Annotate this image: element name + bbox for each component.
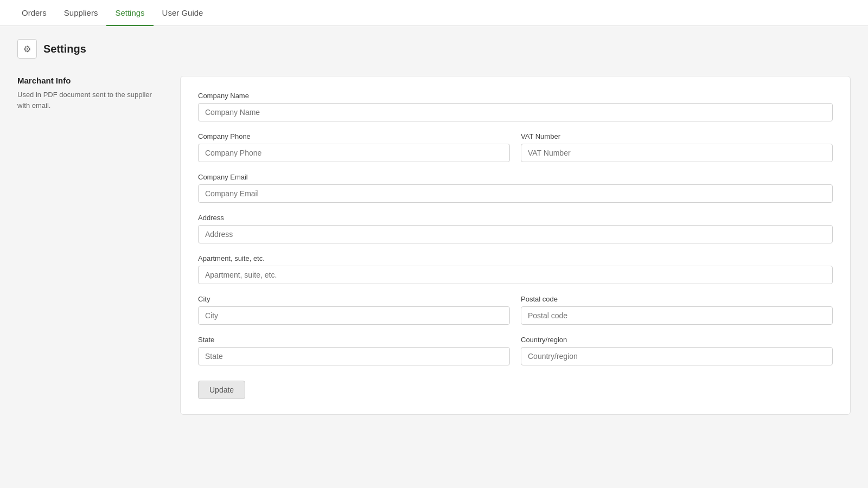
address-label: Address [198, 214, 833, 222]
page-header: ⚙ Settings [17, 39, 851, 59]
country-region-input[interactable] [521, 347, 833, 365]
page-title: Settings [43, 43, 86, 55]
gear-icon: ⚙ [17, 39, 37, 59]
nav-user-guide[interactable]: User Guide [154, 1, 212, 26]
company-phone-group: Company Phone [198, 132, 510, 162]
top-navigation: Orders Suppliers Settings User Guide [0, 0, 868, 26]
address-input[interactable] [198, 225, 833, 243]
company-email-input[interactable] [198, 184, 833, 203]
country-region-label: Country/region [521, 336, 833, 344]
vat-number-label: VAT Number [521, 132, 833, 140]
vat-number-input[interactable] [521, 144, 833, 162]
page-content: ⚙ Settings Marchant Info Used in PDF doc… [0, 26, 868, 428]
update-button[interactable]: Update [198, 381, 245, 399]
section-title: Marchant Info [17, 76, 158, 85]
section-desc: Used in PDF document sent to the supplie… [17, 89, 158, 111]
main-layout: Marchant Info Used in PDF document sent … [17, 76, 851, 415]
city-input[interactable] [198, 306, 510, 325]
state-input[interactable] [198, 347, 510, 365]
company-phone-label: Company Phone [198, 132, 510, 140]
company-name-group: Company Name [198, 92, 833, 121]
state-country-row: State Country/region [198, 336, 833, 365]
company-email-label: Company Email [198, 173, 833, 181]
address-group: Address [198, 214, 833, 243]
form-panel: Company Name Company Phone VAT Number Co… [180, 76, 851, 415]
company-email-group: Company Email [198, 173, 833, 203]
city-group: City [198, 295, 510, 325]
nav-orders[interactable]: Orders [13, 1, 55, 26]
vat-number-group: VAT Number [521, 132, 833, 162]
phone-vat-row: Company Phone VAT Number [198, 132, 833, 162]
postal-code-label: Postal code [521, 295, 833, 303]
state-label: State [198, 336, 510, 344]
left-panel: Marchant Info Used in PDF document sent … [17, 76, 158, 415]
company-name-label: Company Name [198, 92, 833, 100]
city-postal-row: City Postal code [198, 295, 833, 325]
company-phone-input[interactable] [198, 144, 510, 162]
state-group: State [198, 336, 510, 365]
postal-code-input[interactable] [521, 306, 833, 325]
city-label: City [198, 295, 510, 303]
country-region-group: Country/region [521, 336, 833, 365]
nav-suppliers[interactable]: Suppliers [55, 1, 107, 26]
apartment-input[interactable] [198, 266, 833, 284]
apartment-label: Apartment, suite, etc. [198, 254, 833, 262]
nav-settings[interactable]: Settings [106, 1, 153, 26]
postal-code-group: Postal code [521, 295, 833, 325]
apartment-group: Apartment, suite, etc. [198, 254, 833, 284]
company-name-input[interactable] [198, 103, 833, 121]
